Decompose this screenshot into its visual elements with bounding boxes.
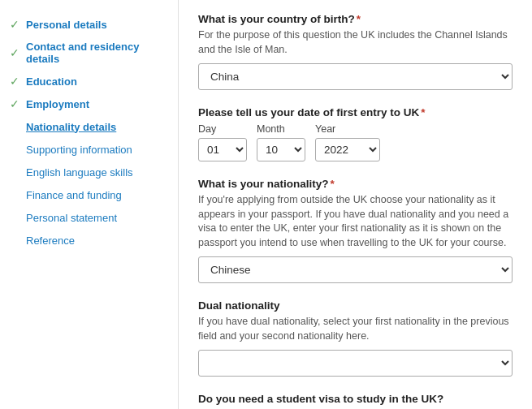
student-visa-section: Do you need a student visa to study in t… [198,393,513,409]
check-icon: ✓ [10,46,19,59]
sidebar-item-supporting-information[interactable]: ✓ Supporting information [10,138,168,161]
sidebar-item-label: Education [26,75,77,88]
check-icon: ✓ [10,18,19,31]
sidebar: ✓ Personal details ✓ Contact and residen… [0,0,179,409]
country-of-birth-hint: For the purpose of this question the UK … [198,28,513,57]
sidebar-item-label: Personal details [26,19,107,31]
sidebar-item-label: Supporting information [26,144,132,156]
dual-nationality-hint: If you have dual nationality, select you… [198,315,513,343]
year-field: Year 2020 2021 2022 2023 2024 [315,123,380,161]
student-visa-label: Do you need a student visa to study in t… [198,393,513,405]
check-icon: ✓ [10,97,19,110]
nationality-label: What is your nationality?* [198,178,513,190]
sidebar-item-education[interactable]: ✓ Education [10,70,168,93]
check-icon: ✓ [10,75,19,88]
nationality-select[interactable]: Chinese British American Indian Other [198,256,513,283]
year-label: Year [315,123,380,135]
country-of-birth-select[interactable]: China United Kingdom United States India… [198,63,513,90]
sidebar-item-contact-residency[interactable]: ✓ Contact and residency details [10,36,168,70]
month-label: Month [257,123,305,135]
sidebar-item-personal-details[interactable]: ✓ Personal details [10,13,168,36]
sidebar-item-label: English language skills [26,166,133,179]
nationality-hint: If you're applying from outside the UK c… [198,193,513,250]
year-select[interactable]: 2020 2021 2022 2023 2024 [315,138,380,161]
required-indicator: * [331,178,335,190]
required-indicator: * [357,13,361,25]
month-select[interactable]: 01 02 03 04 05 06 07 08 09 10 11 12 [257,138,305,161]
dual-nationality-label: Dual nationality [198,299,513,312]
first-entry-uk-section: Please tell us your date of first entry … [198,106,513,161]
sidebar-item-label: Finance and funding [26,189,122,201]
sidebar-item-label: Contact and residency details [26,41,168,65]
day-select[interactable]: 01 02 03 10 15 20 28 31 [198,138,247,161]
nationality-section: What is your nationality?* If you're app… [198,178,513,283]
first-entry-uk-label: Please tell us your date of first entry … [198,106,513,118]
dual-nationality-section: Dual nationality If you have dual nation… [198,299,513,377]
sidebar-item-employment[interactable]: ✓ Employment [10,93,168,115]
date-row: Day 01 02 03 10 15 20 28 31 Month [198,123,513,161]
sidebar-item-reference[interactable]: ✓ Reference [10,229,168,252]
day-label: Day [198,123,247,135]
main-content: What is your country of birth?* For the … [179,0,532,409]
country-of-birth-label: What is your country of birth?* [198,13,513,25]
sidebar-item-finance-and-funding[interactable]: ✓ Finance and funding [10,183,168,206]
required-indicator: * [421,106,425,118]
month-field: Month 01 02 03 04 05 06 07 08 09 10 11 1… [257,123,305,161]
sidebar-item-label: Reference [26,235,75,247]
sidebar-item-label: Personal statement [26,212,117,224]
country-of-birth-section: What is your country of birth?* For the … [198,13,513,90]
sidebar-item-label: Employment [26,98,89,110]
dual-nationality-select[interactable]: Chinese British American Indian Other [198,350,513,377]
sidebar-item-personal-statement[interactable]: ✓ Personal statement [10,206,168,229]
day-field: Day 01 02 03 10 15 20 28 31 [198,123,247,161]
sidebar-item-nationality-details[interactable]: ✓ Nationality details [10,115,168,138]
sidebar-item-english-language-skills[interactable]: ✓ English language skills [10,161,168,183]
sidebar-item-label: Nationality details [26,121,116,133]
